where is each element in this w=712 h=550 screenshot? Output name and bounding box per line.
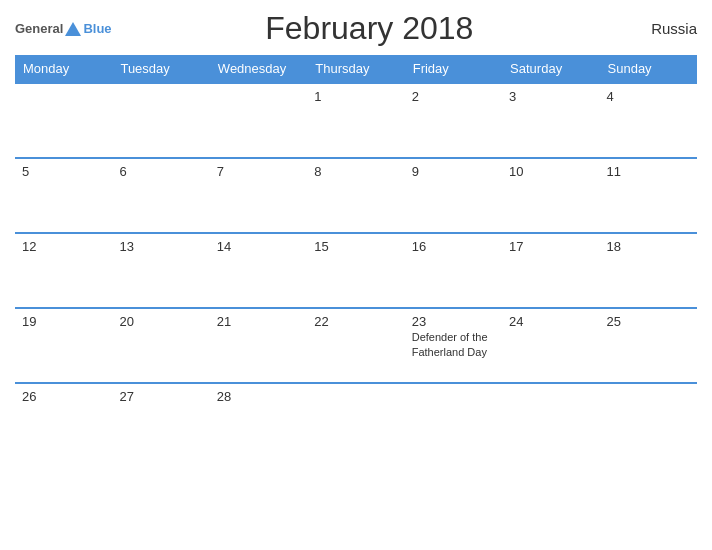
calendar-container: General Blue February 2018 Russia Monday… <box>0 0 712 550</box>
logo-general: General <box>15 21 63 36</box>
calendar-cell-w1-d6: 3 <box>502 82 599 157</box>
day-number: 25 <box>607 314 690 329</box>
calendar-cell-w2-d4: 8 <box>307 157 404 232</box>
calendar-cell-w3-d3: 14 <box>210 232 307 307</box>
calendar-cell-w1-d7: 4 <box>600 82 697 157</box>
calendar-cell-w3-d5: 16 <box>405 232 502 307</box>
calendar-cell-w1-d4: 1 <box>307 82 404 157</box>
day-number: 26 <box>22 389 105 404</box>
day-number: 22 <box>314 314 397 329</box>
calendar-cell-w5-d4 <box>307 382 404 457</box>
calendar-cell-w4-d3: 21 <box>210 307 307 382</box>
day-number: 18 <box>607 239 690 254</box>
calendar-cell-w1-d2 <box>112 82 209 157</box>
day-number: 28 <box>217 389 300 404</box>
calendar-cell-w5-d6 <box>502 382 599 457</box>
day-number: 20 <box>119 314 202 329</box>
calendar-cell-w3-d2: 13 <box>112 232 209 307</box>
header-monday: Monday <box>15 55 112 82</box>
calendar-cell-w4-d2: 20 <box>112 307 209 382</box>
header-wednesday: Wednesday <box>210 55 307 82</box>
day-number: 15 <box>314 239 397 254</box>
week-row-5: 262728 <box>15 382 697 457</box>
week-row-3: 12131415161718 <box>15 232 697 307</box>
calendar-cell-w3-d6: 17 <box>502 232 599 307</box>
calendar-cell-w4-d6: 24 <box>502 307 599 382</box>
day-number: 5 <box>22 164 105 179</box>
day-number: 6 <box>119 164 202 179</box>
day-number: 10 <box>509 164 592 179</box>
calendar-cell-w2-d7: 11 <box>600 157 697 232</box>
day-number: 3 <box>509 89 592 104</box>
calendar-cell-w5-d2: 27 <box>112 382 209 457</box>
day-number: 9 <box>412 164 495 179</box>
logo: General Blue <box>15 21 112 36</box>
week-row-4: 1920212223Defender of the Fatherland Day… <box>15 307 697 382</box>
calendar-grid: Monday Tuesday Wednesday Thursday Friday… <box>15 55 697 457</box>
calendar-header: General Blue February 2018 Russia <box>15 10 697 47</box>
day-number: 21 <box>217 314 300 329</box>
day-number: 27 <box>119 389 202 404</box>
week-row-1: 1234 <box>15 82 697 157</box>
day-number: 8 <box>314 164 397 179</box>
calendar-cell-w5-d7 <box>600 382 697 457</box>
day-number: 16 <box>412 239 495 254</box>
header-friday: Friday <box>405 55 502 82</box>
day-number: 19 <box>22 314 105 329</box>
calendar-cell-w4-d1: 19 <box>15 307 112 382</box>
calendar-cell-w4-d4: 22 <box>307 307 404 382</box>
logo-triangle-icon <box>65 22 81 36</box>
calendar-cell-w1-d5: 2 <box>405 82 502 157</box>
calendar-cell-w1-d1 <box>15 82 112 157</box>
calendar-cell-w3-d7: 18 <box>600 232 697 307</box>
day-number: 7 <box>217 164 300 179</box>
calendar-cell-w2-d5: 9 <box>405 157 502 232</box>
calendar-cell-w2-d2: 6 <box>112 157 209 232</box>
week-row-2: 567891011 <box>15 157 697 232</box>
country-label: Russia <box>627 20 697 37</box>
day-number: 17 <box>509 239 592 254</box>
header-tuesday: Tuesday <box>112 55 209 82</box>
calendar-cell-w2-d3: 7 <box>210 157 307 232</box>
day-number: 11 <box>607 164 690 179</box>
day-number: 23 <box>412 314 495 329</box>
day-number: 24 <box>509 314 592 329</box>
header-saturday: Saturday <box>502 55 599 82</box>
header-sunday: Sunday <box>600 55 697 82</box>
calendar-cell-w2-d6: 10 <box>502 157 599 232</box>
day-number: 1 <box>314 89 397 104</box>
days-header-row: Monday Tuesday Wednesday Thursday Friday… <box>15 55 697 82</box>
calendar-cell-w5-d1: 26 <box>15 382 112 457</box>
calendar-cell-w4-d7: 25 <box>600 307 697 382</box>
day-number: 12 <box>22 239 105 254</box>
logo-blue: Blue <box>83 21 111 36</box>
calendar-cell-w1-d3 <box>210 82 307 157</box>
calendar-cell-w5-d3: 28 <box>210 382 307 457</box>
day-number: 2 <box>412 89 495 104</box>
event-label: Defender of the Fatherland Day <box>412 331 488 358</box>
day-number: 4 <box>607 89 690 104</box>
calendar-title: February 2018 <box>112 10 627 47</box>
day-number: 13 <box>119 239 202 254</box>
calendar-cell-w4-d5: 23Defender of the Fatherland Day <box>405 307 502 382</box>
calendar-cell-w3-d1: 12 <box>15 232 112 307</box>
day-number: 14 <box>217 239 300 254</box>
calendar-cell-w3-d4: 15 <box>307 232 404 307</box>
calendar-cell-w5-d5 <box>405 382 502 457</box>
header-thursday: Thursday <box>307 55 404 82</box>
calendar-cell-w2-d1: 5 <box>15 157 112 232</box>
